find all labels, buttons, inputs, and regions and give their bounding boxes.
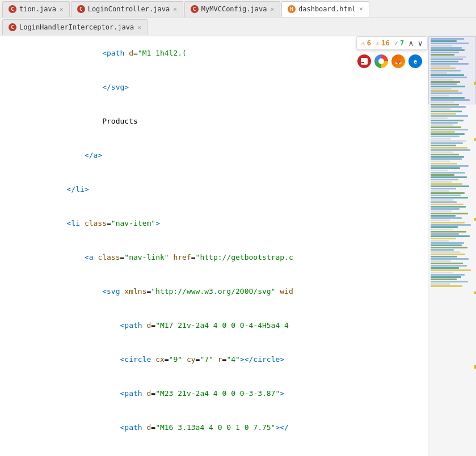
code-line: <path d="M23 21v-2a4 4 0 0 0-3-3.87"> xyxy=(0,377,428,411)
close-icon[interactable]: × xyxy=(270,6,274,13)
nav-down-arrow[interactable]: ∨ xyxy=(418,39,423,48)
tab-tion-java[interactable]: C tion.java × xyxy=(2,1,70,17)
code-content: <path d="M1 1h4l2.( </svg> Products xyxy=(0,36,428,456)
code-line: <path d="M17 21v-2a4 4 0 0 0-4-4H5a4 4 xyxy=(0,309,428,343)
java-icon: C xyxy=(191,5,199,13)
code-line: <path d="M16 3.13a4 4 0 0 1 0 7.75"></ xyxy=(0,411,428,445)
java-icon: C xyxy=(9,23,16,31)
html-icon: H xyxy=(288,5,296,13)
firefox-icon[interactable]: 🦊 xyxy=(391,54,405,68)
edge-icon[interactable]: e xyxy=(408,54,422,68)
warn-number-1: 6 xyxy=(367,39,371,47)
check-number: 7 xyxy=(400,39,404,47)
warn-number-2: 16 xyxy=(381,39,389,47)
code-line: <circle cx="9" cy="7" r="4"></circle> xyxy=(0,343,428,377)
tab-loginhandler[interactable]: C LoginHandlerInterceptor.java × xyxy=(2,19,148,35)
tab-label: MyMVCConfig.java xyxy=(201,5,267,13)
code-line-products: Products xyxy=(0,104,428,138)
jetbrains-icon[interactable] xyxy=(357,54,371,68)
notification-bar: ⚠ 6 ⚠ 16 ✓ 7 ∧ ∨ xyxy=(356,36,428,50)
tab-mymvcconfig[interactable]: C MyMVCConfig.java × xyxy=(184,1,280,17)
tab-dashboard-html[interactable]: H dashboard.html × xyxy=(281,1,369,17)
warning-count-1: ⚠ 6 xyxy=(361,39,371,47)
check-icon: ✓ xyxy=(394,39,398,47)
tab-bar-row1: C tion.java × C LoginController.java × C… xyxy=(0,0,476,18)
code-line: </li> xyxy=(0,172,428,206)
tab-label: tion.java xyxy=(19,5,56,13)
code-line: </svg> xyxy=(0,70,428,104)
warning-count-2: ⚠ 16 xyxy=(376,39,390,47)
browser-bar: 🦊 e xyxy=(357,54,422,68)
check-count: ✓ 7 xyxy=(394,39,404,47)
code-panel[interactable]: ⚠ 6 ⚠ 16 ✓ 7 ∧ ∨ xyxy=(0,36,428,456)
minimap-viewport xyxy=(428,36,476,104)
chrome-icon[interactable] xyxy=(374,54,388,68)
close-icon[interactable]: × xyxy=(359,5,363,12)
nav-up-arrow[interactable]: ∧ xyxy=(408,39,413,48)
warn-icon-1: ⚠ xyxy=(361,39,365,47)
tab-label: LoginHandlerInterceptor.java xyxy=(19,23,134,31)
warn-icon-2: ⚠ xyxy=(376,39,380,47)
svg-rect-1 xyxy=(361,62,364,63)
editor-area: ⚠ 6 ⚠ 16 ✓ 7 ∧ ∨ xyxy=(0,36,476,456)
tab-logincontroller[interactable]: C LoginController.java × xyxy=(71,1,183,17)
minimap[interactable] xyxy=(428,36,476,456)
tab-bar-row2: C LoginHandlerInterceptor.java × xyxy=(0,18,476,36)
tab-label: dashboard.html xyxy=(298,5,356,13)
close-icon[interactable]: × xyxy=(137,24,141,31)
close-icon[interactable]: × xyxy=(60,6,64,13)
java-icon: C xyxy=(77,5,85,13)
java-icon: C xyxy=(9,5,16,13)
code-line: <li class="nav-item"> xyxy=(0,206,428,240)
code-line: </a> xyxy=(0,138,428,172)
code-line: </svg> xyxy=(0,445,428,456)
code-line: <a class="nav-link" href="http://getboot… xyxy=(0,240,428,275)
code-line: <svg xmlns="http://www.w3.org/2000/svg" … xyxy=(0,275,428,309)
close-icon[interactable]: × xyxy=(173,6,177,13)
tab-label: LoginController.java xyxy=(88,5,170,13)
svg-rect-0 xyxy=(361,58,368,65)
